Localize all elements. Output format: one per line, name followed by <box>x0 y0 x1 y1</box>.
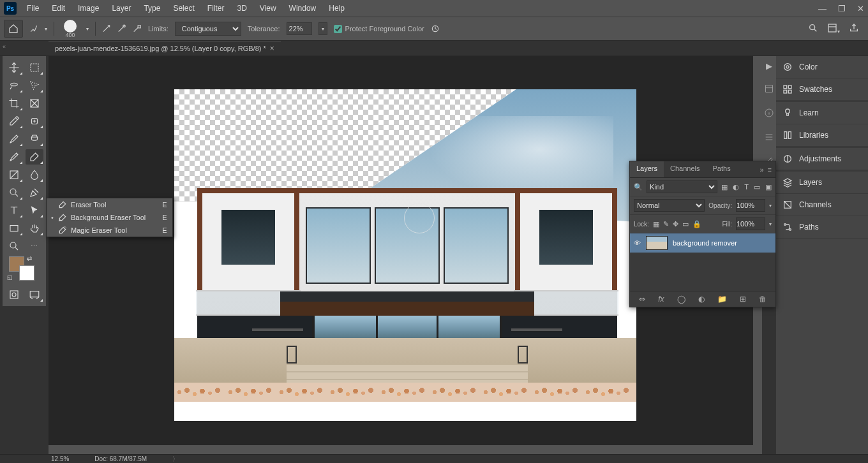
play-icon[interactable]: ▶ <box>766 61 772 71</box>
adjustment-layer-icon[interactable]: ◐ <box>698 295 705 304</box>
frame-tool[interactable] <box>26 96 43 111</box>
sampling-continuous-icon[interactable] <box>102 24 111 33</box>
info-icon[interactable] <box>764 108 774 119</box>
lock-pixels-icon[interactable]: ✎ <box>663 220 669 228</box>
tab-paths[interactable]: Paths <box>776 216 868 239</box>
panel-menu-icon[interactable]: ≡ <box>768 166 772 173</box>
blur-tool[interactable] <box>26 167 43 182</box>
move-tool[interactable] <box>5 60 23 75</box>
limits-select[interactable]: Contiguous <box>175 22 241 36</box>
home-button[interactable] <box>4 20 23 38</box>
collapse-icon[interactable]: » <box>760 166 763 173</box>
layer-visibility-icon[interactable]: 👁 <box>634 239 641 247</box>
rectangle-tool[interactable] <box>5 221 23 236</box>
menu-type[interactable]: Type <box>137 0 167 17</box>
opacity-chevron[interactable]: ▾ <box>769 203 772 209</box>
path-select-tool[interactable] <box>26 203 43 218</box>
swap-colors-icon[interactable]: ⇄ <box>27 255 32 262</box>
filter-type-icon[interactable]: T <box>744 183 749 191</box>
background-color[interactable] <box>19 265 34 281</box>
pressure-icon[interactable] <box>431 24 440 33</box>
menu-view[interactable]: View <box>253 0 283 17</box>
tab-libraries[interactable]: Libraries <box>776 124 868 147</box>
screen-mode-tool[interactable] <box>26 287 43 302</box>
lock-artboard-icon[interactable]: ▭ <box>682 220 689 228</box>
layer-thumbnail[interactable] <box>646 236 668 250</box>
flyout-eraser[interactable]: Eraser Tool E <box>47 198 172 211</box>
color-swatches[interactable]: ◱ ⇄ <box>3 255 46 286</box>
share-icon[interactable] <box>849 23 859 34</box>
close-tab-icon[interactable]: × <box>270 44 274 53</box>
tool-preset-icon[interactable] <box>29 24 38 33</box>
history-brush-tool[interactable] <box>5 149 23 165</box>
filter-search-icon[interactable]: 🔍 <box>634 183 643 191</box>
crop-tool[interactable] <box>5 96 23 111</box>
sampling-swatch-icon[interactable] <box>133 24 142 33</box>
properties-icon[interactable] <box>764 132 774 143</box>
dodge-tool[interactable] <box>5 185 23 200</box>
lasso-tool[interactable] <box>5 78 23 93</box>
clone-stamp-tool[interactable] <box>26 131 43 147</box>
group-icon[interactable]: 📁 <box>717 295 727 304</box>
lock-position-icon[interactable]: ✥ <box>673 220 678 228</box>
eraser-tool[interactable] <box>26 149 43 165</box>
layer-name[interactable]: background remover <box>673 239 737 247</box>
menu-3d[interactable]: 3D <box>230 0 253 17</box>
menu-edit[interactable]: Edit <box>45 0 71 17</box>
history-icon[interactable] <box>764 84 774 95</box>
menu-window[interactable]: Window <box>283 0 323 17</box>
flyout-magic-eraser[interactable]: Magic Eraser Tool E <box>47 224 172 237</box>
new-layer-icon[interactable]: ⊞ <box>740 295 746 304</box>
brush-preview[interactable]: 400 <box>61 19 80 38</box>
tolerance-chevron[interactable]: ▾ <box>318 22 327 35</box>
menu-filter[interactable]: Filter <box>201 0 231 17</box>
paths-tab[interactable]: Paths <box>707 161 737 177</box>
blend-mode-select[interactable]: Normal <box>634 199 705 212</box>
quick-mask-tool[interactable] <box>5 287 23 302</box>
workspace-switcher[interactable]: ▾ <box>827 23 840 34</box>
collapse-handle[interactable]: « <box>3 43 6 50</box>
window-minimize[interactable]: — <box>818 4 827 13</box>
default-colors-icon[interactable]: ◱ <box>7 274 13 281</box>
sampling-once-icon[interactable] <box>117 24 126 33</box>
opacity-input[interactable] <box>736 199 765 212</box>
brush-preset-chevron[interactable]: ▾ <box>86 26 89 32</box>
tab-learn[interactable]: Learn <box>776 102 868 124</box>
lock-all-icon[interactable]: 🔒 <box>692 220 701 228</box>
tab-layers[interactable]: Layers <box>776 172 868 194</box>
mask-icon[interactable]: ◯ <box>677 295 685 304</box>
pen-tool[interactable] <box>26 185 43 200</box>
menu-layer[interactable]: Layer <box>105 0 137 17</box>
zoom-readout[interactable]: 12.5% <box>51 455 69 462</box>
tab-channels[interactable]: Channels <box>776 194 868 216</box>
window-restore[interactable]: ❐ <box>838 4 846 13</box>
layers-tab[interactable]: Layers <box>630 161 664 177</box>
fx-icon[interactable]: fx <box>658 295 664 304</box>
menu-help[interactable]: Help <box>322 0 351 17</box>
filter-pixel-icon[interactable]: ▦ <box>721 183 728 191</box>
menu-file[interactable]: File <box>20 0 45 17</box>
filter-shape-icon[interactable]: ▭ <box>754 183 760 191</box>
hand-tool[interactable] <box>26 221 43 236</box>
filter-smart-icon[interactable]: ▣ <box>765 183 772 191</box>
edit-toolbar[interactable]: ⋯ <box>26 239 43 254</box>
zoom-tool[interactable] <box>5 239 23 254</box>
fill-chevron[interactable]: ▾ <box>769 221 772 227</box>
tolerance-input[interactable] <box>287 22 312 35</box>
layer-item[interactable]: 👁 background remover <box>630 233 775 253</box>
document-tab[interactable]: pexels-juan-mendez-1536619.jpg @ 12.5% (… <box>49 41 281 55</box>
filter-kind-select[interactable]: Kind <box>647 180 717 193</box>
tab-swatches[interactable]: Swatches <box>776 78 868 101</box>
type-tool[interactable] <box>5 203 23 218</box>
tab-adjustments[interactable]: Adjustments <box>776 148 868 170</box>
eyedropper-tool[interactable] <box>5 114 23 129</box>
quick-select-tool[interactable] <box>26 78 43 93</box>
search-icon[interactable] <box>808 23 818 34</box>
menu-image[interactable]: Image <box>71 0 105 17</box>
tab-color[interactable]: Color <box>776 56 868 78</box>
gradient-tool[interactable] <box>5 167 23 182</box>
fill-input[interactable] <box>736 217 765 230</box>
channels-tab[interactable]: Channels <box>664 161 706 177</box>
doc-size-readout[interactable]: Doc: 68.7M/87.5M <box>94 455 147 462</box>
healing-tool[interactable] <box>26 114 43 129</box>
